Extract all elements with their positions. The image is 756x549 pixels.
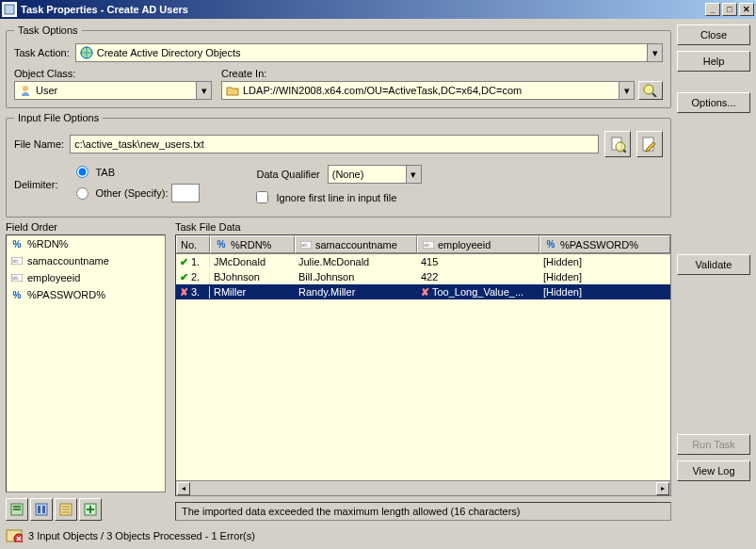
close-button[interactable]: Close <box>677 24 750 45</box>
svg-point-4 <box>644 85 653 94</box>
grid-body: ✔1.JMcDonaldJulie.McDonald415[Hidden]✔2.… <box>176 254 670 480</box>
input-file-legend: Input File Options <box>14 112 103 123</box>
browse-ldap-button[interactable] <box>638 81 663 100</box>
field-order-list[interactable]: %%RDN%absamaccountnameabemployeeid%%PASS… <box>6 234 166 492</box>
status-error-icon <box>6 528 23 543</box>
check-icon: ✔ <box>180 256 188 268</box>
view-log-button[interactable]: View Log <box>677 460 750 481</box>
svg-text:ab: ab <box>12 258 19 264</box>
field-order-item[interactable]: %%PASSWORD% <box>7 286 165 303</box>
percent-icon: % <box>215 239 228 250</box>
field-order-item-label: employeeid <box>27 272 80 283</box>
text-field-icon: ab <box>10 272 24 283</box>
task-file-data-grid[interactable]: No. % %RDN% ab samaccountname ab employe… <box>175 234 671 496</box>
field-tool-3-button[interactable] <box>55 498 77 521</box>
scroll-left-icon[interactable]: ◂ <box>177 482 190 495</box>
scroll-right-icon[interactable]: ▸ <box>656 482 669 495</box>
object-class-label: Object Class: <box>14 68 212 79</box>
delimiter-other-radio[interactable]: Other (Specify): <box>76 184 200 202</box>
svg-line-8 <box>623 150 626 153</box>
percent-icon: % <box>10 289 24 300</box>
create-in-label: Create In: <box>221 68 663 79</box>
x-icon: ✘ <box>180 286 188 299</box>
field-order-item-label: %PASSWORD% <box>27 289 105 300</box>
svg-text:ab: ab <box>424 242 430 248</box>
field-order-item[interactable]: abemployeeid <box>7 269 165 286</box>
file-name-label: File Name: <box>14 138 64 150</box>
run-task-button[interactable]: Run Task <box>677 434 750 455</box>
table-row[interactable]: ✔2.BJohnsonBill.Johnson422[Hidden] <box>176 269 670 284</box>
title-bar: Task Properties - Create AD Users _ □ ✕ <box>0 0 756 19</box>
svg-rect-17 <box>36 504 47 515</box>
object-class-combo[interactable]: User ▾ <box>14 81 212 100</box>
col-emp-header[interactable]: ab employeeid <box>417 235 539 253</box>
task-options-legend: Task Options <box>14 24 82 36</box>
field-order-item-label: samaccountname <box>27 255 109 266</box>
create-in-combo[interactable]: LDAP://WIN2008.x64.com/OU=ActiveTask,DC=… <box>221 81 635 100</box>
task-action-value: Create Active Directory Objects <box>97 47 643 58</box>
table-row[interactable]: ✔1.JMcDonaldJulie.McDonald415[Hidden] <box>176 254 670 269</box>
object-class-value: User <box>36 85 192 96</box>
chevron-down-icon[interactable]: ▾ <box>196 82 211 99</box>
delimiter-other-input[interactable] <box>171 184 200 202</box>
col-pw-header[interactable]: % %PASSWORD% <box>539 235 670 253</box>
chevron-down-icon[interactable]: ▾ <box>619 82 634 99</box>
options-button[interactable]: Options... <box>677 92 750 113</box>
help-button[interactable]: Help <box>677 51 750 72</box>
validate-button[interactable]: Validate <box>677 254 750 275</box>
status-bar: 3 Input Objects / 3 Objects Processed - … <box>6 528 671 543</box>
field-order-label: Field Order <box>6 221 166 233</box>
svg-rect-0 <box>5 5 14 14</box>
window-close-button[interactable]: ✕ <box>739 3 754 16</box>
table-row[interactable]: ✘3.RMillerRandy.Miller✘Too_Long_Value_..… <box>176 284 670 299</box>
task-action-combo[interactable]: Create Active Directory Objects ▾ <box>75 43 663 62</box>
chevron-down-icon[interactable]: ▾ <box>647 44 662 61</box>
col-no-header[interactable]: No. <box>176 235 210 253</box>
validation-message: The imported data exceeded the maximum l… <box>175 502 671 521</box>
globe-icon <box>80 46 93 59</box>
user-icon <box>19 84 32 97</box>
grid-header: No. % %RDN% ab samaccountname ab employe… <box>176 235 670 254</box>
minimize-button[interactable]: _ <box>705 3 720 16</box>
text-field-icon: ab <box>299 239 313 250</box>
x-icon: ✘ <box>421 286 429 299</box>
col-rdn-header[interactable]: % %RDN% <box>210 235 295 253</box>
svg-point-3 <box>23 86 28 91</box>
task-action-label: Task Action: <box>14 47 70 58</box>
horizontal-scrollbar[interactable]: ◂ ▸ <box>176 480 670 495</box>
app-icon <box>2 2 17 17</box>
file-name-input[interactable] <box>70 135 599 153</box>
status-text: 3 Input Objects / 3 Objects Processed - … <box>28 530 255 541</box>
data-qualifier-label: Data Qualifier <box>256 169 319 180</box>
svg-line-5 <box>652 93 656 97</box>
svg-rect-15 <box>13 506 21 508</box>
percent-icon: % <box>544 239 557 250</box>
field-add-button[interactable] <box>79 498 102 521</box>
maximize-button[interactable]: □ <box>722 3 737 16</box>
field-order-item[interactable]: %%RDN% <box>7 235 165 252</box>
chevron-down-icon[interactable]: ▾ <box>406 166 421 183</box>
input-file-options-group: Input File Options File Name: Delimiter:… <box>6 112 671 218</box>
folder-icon <box>226 84 239 97</box>
svg-rect-16 <box>13 509 21 510</box>
task-options-group: Task Options Task Action: Create Active … <box>6 24 671 108</box>
col-sam-header[interactable]: ab samaccountname <box>295 235 417 253</box>
delimiter-label: Delimiter: <box>14 179 57 190</box>
field-order-item[interactable]: absamaccountname <box>7 252 165 269</box>
data-qualifier-combo[interactable]: (None) ▾ <box>328 165 422 184</box>
text-field-icon: ab <box>422 239 435 250</box>
browse-file-button[interactable] <box>604 131 631 157</box>
percent-icon: % <box>10 238 24 250</box>
delimiter-tab-radio[interactable]: TAB <box>76 166 200 178</box>
field-tool-2-button[interactable] <box>30 498 53 521</box>
ignore-first-line-checkbox[interactable]: Ignore first line in input file <box>256 191 663 203</box>
field-tool-1-button[interactable] <box>6 498 28 521</box>
svg-rect-18 <box>38 506 40 513</box>
svg-text:ab: ab <box>301 242 308 248</box>
check-icon: ✔ <box>180 271 188 283</box>
svg-text:ab: ab <box>12 275 19 281</box>
field-order-item-label: %RDN% <box>27 238 68 250</box>
window-title: Task Properties - Create AD Users <box>21 4 703 15</box>
edit-file-button[interactable] <box>636 131 663 157</box>
create-in-value: LDAP://WIN2008.x64.com/OU=ActiveTask,DC=… <box>243 85 615 96</box>
